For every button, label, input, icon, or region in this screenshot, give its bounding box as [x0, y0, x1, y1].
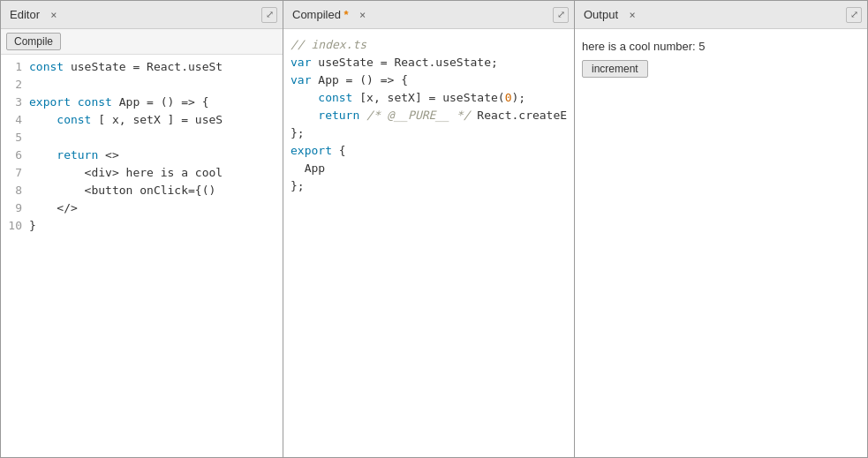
line-code: }	[29, 217, 36, 235]
compiled-close-button[interactable]: ×	[356, 8, 370, 22]
line-code: // index.ts	[291, 36, 366, 54]
table-row: 5	[1, 129, 283, 146]
line-code: const [x, setX] = useState(0);	[291, 89, 525, 107]
line-code: export const App = () => {	[29, 94, 209, 111]
output-panel: Output × ⤢ here is a cool number: 5 incr…	[575, 1, 867, 457]
line-code: <button onClick={()	[29, 182, 215, 199]
table-row: 3 export const App = () => {	[1, 94, 283, 111]
line-number: 4	[1, 111, 29, 129]
output-close-button[interactable]: ×	[625, 8, 639, 22]
table-row: return /* @__PURE__ */ React.createEle	[291, 107, 567, 124]
output-tab: Output ×	[580, 6, 639, 23]
table-row: 10 }	[1, 217, 283, 235]
compiled-panel: Compiled * × ⤢ // index.ts var useState …	[283, 1, 575, 457]
compiled-content[interactable]: // index.ts var useState = React.useStat…	[283, 29, 574, 457]
editor-panel: Editor × ⤢ Compile 1 const useState = Re…	[1, 1, 283, 457]
table-row: 8 <button onClick={()	[1, 182, 283, 199]
line-code: </>	[29, 199, 78, 217]
compiled-title: Compiled	[292, 8, 341, 21]
line-number: 9	[1, 199, 29, 217]
compiled-panel-header: Compiled * × ⤢	[283, 1, 574, 29]
editor-tab: Editor ×	[6, 6, 61, 23]
line-number: 3	[1, 94, 29, 111]
editor-expand-button[interactable]: ⤢	[261, 7, 277, 23]
compiled-code-lines: // index.ts var useState = React.useStat…	[283, 33, 574, 199]
table-row: };	[291, 177, 567, 195]
output-content-area: here is a cool number: 5 increment	[575, 29, 867, 457]
table-row: var useState = React.useState;	[291, 54, 567, 71]
line-code: <div> here is a cool	[29, 164, 223, 182]
table-row: const [x, setX] = useState(0);	[291, 89, 567, 107]
table-row: 7 <div> here is a cool	[1, 164, 283, 182]
table-row: App	[291, 160, 567, 177]
line-code: };	[291, 124, 305, 142]
increment-button[interactable]: increment	[582, 60, 648, 78]
table-row: // index.ts	[291, 36, 567, 54]
line-number: 5	[1, 129, 29, 146]
output-display: here is a cool number: 5 increment	[575, 33, 867, 85]
table-row: 1 const useState = React.useSt	[1, 58, 283, 76]
editor-code-lines: 1 const useState = React.useSt 2 3 expor…	[1, 58, 283, 235]
table-row: 9 </>	[1, 199, 283, 217]
editor-close-button[interactable]: ×	[47, 8, 61, 22]
line-code: return <>	[29, 146, 119, 164]
output-text-value: here is a cool number: 5	[582, 40, 860, 53]
editor-tab-label: Editor	[6, 6, 43, 23]
compiled-expand-button[interactable]: ⤢	[553, 7, 569, 23]
panels-container: Editor × ⤢ Compile 1 const useState = Re…	[0, 0, 868, 458]
table-row: var App = () => {	[291, 71, 567, 89]
line-code: };	[291, 177, 305, 195]
compiled-tab-label: Compiled *	[289, 6, 352, 23]
output-panel-header: Output × ⤢	[575, 1, 867, 29]
editor-panel-header: Editor × ⤢	[1, 1, 283, 29]
output-tab-label: Output	[580, 6, 622, 23]
compiled-modified-indicator: *	[344, 8, 349, 21]
table-row: };	[291, 124, 567, 142]
line-code: return /* @__PURE__ */ React.createEle	[291, 107, 567, 124]
line-code: const [ x, setX ] = useS	[29, 111, 223, 129]
line-number: 10	[1, 217, 29, 235]
output-expand-button[interactable]: ⤢	[846, 7, 862, 23]
compile-button[interactable]: Compile	[6, 33, 61, 50]
line-code: var useState = React.useState;	[291, 54, 498, 71]
editor-content[interactable]: 1 const useState = React.useSt 2 3 expor…	[1, 55, 283, 457]
table-row: 6 return <>	[1, 146, 283, 164]
line-code: export {	[291, 142, 346, 160]
line-number: 2	[1, 76, 29, 94]
line-number: 1	[1, 58, 29, 76]
line-code: App	[291, 160, 325, 177]
line-number: 8	[1, 182, 29, 199]
table-row: 4 const [ x, setX ] = useS	[1, 111, 283, 129]
editor-toolbar: Compile	[1, 29, 283, 55]
line-number: 7	[1, 164, 29, 182]
compiled-tab: Compiled * ×	[289, 6, 370, 23]
line-code: var App = () => {	[291, 71, 408, 89]
table-row: export {	[291, 142, 567, 160]
line-number: 6	[1, 146, 29, 164]
line-code: const useState = React.useSt	[29, 58, 223, 76]
table-row: 2	[1, 76, 283, 94]
